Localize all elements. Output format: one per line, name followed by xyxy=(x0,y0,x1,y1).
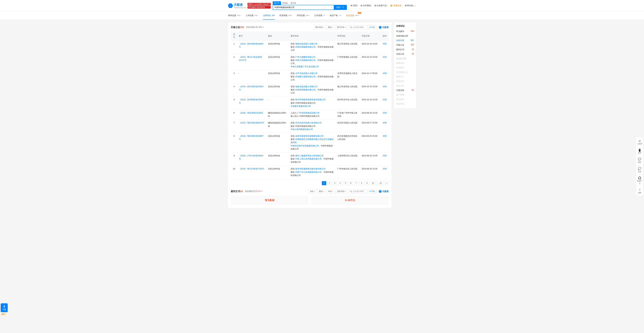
float-tool-0[interactable]: ◎小程序 xyxy=(636,138,643,147)
sidebar-item-0[interactable]: 司法案件959 xyxy=(396,29,414,34)
cat-tab-0[interactable]: 基本信息 999+ xyxy=(228,14,241,18)
sidebar-item-1[interactable]: 深度风险分析 xyxy=(396,34,414,38)
party-link[interactable]: 中铁大桥局集团有限公司 xyxy=(291,128,313,130)
filter-1[interactable]: 案由 ▾ xyxy=(318,189,326,194)
mini-search[interactable]: 🔍 点击进行搜索 xyxy=(348,189,367,194)
brand-watermark: ✓天眼查 xyxy=(379,26,389,29)
float-tool-3[interactable]: 💭反馈 xyxy=(636,165,643,174)
case-link[interactable]: （2024）粤0112民诉前调21747号 xyxy=(239,56,262,62)
export-button[interactable]: ⬇ 导出 xyxy=(368,25,376,29)
party-link[interactable]: 中铁武汉电气化局集团有限公司 xyxy=(291,144,319,147)
party-link[interactable]: 永平天南混凝土有限公司 xyxy=(295,72,318,74)
party-link[interactable]: 中铁广州工程局集团有限公司 xyxy=(295,171,322,173)
nav-link-4[interactable]: ⊞ 阿尔伯... ▾ xyxy=(405,4,416,7)
detail-link[interactable]: 详情 xyxy=(383,98,387,101)
detail-link[interactable]: 详情 xyxy=(383,168,387,170)
filter-1[interactable]: 案由 ▾ xyxy=(326,25,334,29)
party-link[interactable]: 中铁上海工程局集团有限公司 xyxy=(295,158,322,160)
page-btn[interactable]: 8 xyxy=(360,181,364,185)
filter-0[interactable]: 身份 ▾ xyxy=(308,189,316,194)
page-btn[interactable]: 2 xyxy=(327,181,332,185)
detail-link[interactable]: 详情 xyxy=(383,56,387,58)
party-link[interactable]: 中铁四局集团有限公司 xyxy=(295,88,316,91)
logo[interactable]: ✓ 天眼查 TianYanCha.com 国家中小企业发展子基金旗下 官方备案企… xyxy=(228,3,271,8)
nav-link-1[interactable]: ⊞ 合作通道 ▾ xyxy=(360,4,372,7)
party-link[interactable]: 潍坊三建通泰市政工程有限公司 xyxy=(295,154,324,157)
filter-2[interactable]: 案件年份 ▾ xyxy=(336,25,347,29)
float-tool-5[interactable]: ⇧顶部 xyxy=(636,186,643,196)
sidebar-item-13[interactable]: 立案信息92 xyxy=(396,88,414,92)
detail-link[interactable]: 详情 xyxy=(383,135,387,137)
case-link[interactable]: （2024）苏0506民初10883号 xyxy=(239,98,264,104)
doc-history-link[interactable]: 历史裁判文书 313 > xyxy=(245,190,263,193)
float-tool-1[interactable]: 📱APP xyxy=(636,147,643,156)
page-btn[interactable]: 6 xyxy=(349,181,353,185)
party-link[interactable]: 深圳市蒙溪河控股集团有限公司 xyxy=(295,135,324,137)
cat-tab-4[interactable]: 经营信息 999+ xyxy=(297,14,310,18)
case-link[interactable]: （2024）粤0115民初7250号 xyxy=(239,168,264,170)
party-link[interactable]: 广州九佛建材有限公司 xyxy=(295,56,316,58)
party-link[interactable]: 中铁七局集团有限公司 xyxy=(295,59,316,62)
detail-link[interactable]: 详情 xyxy=(383,72,387,74)
cat-tab-3[interactable]: 经营风险 999+ xyxy=(280,14,292,18)
sidebar-item-4[interactable]: 裁判文书16 xyxy=(396,47,414,52)
mini-search[interactable]: 🔍 点击进行搜索 xyxy=(348,25,367,29)
search-input[interactable] xyxy=(273,5,330,10)
detail-link[interactable]: 详情 xyxy=(383,154,387,157)
party-link[interactable]: 中铁建工集团有限公司 xyxy=(295,76,316,78)
search-clear-icon[interactable]: ✕ xyxy=(330,6,334,8)
page-btn[interactable]: 4 xyxy=(338,181,342,185)
cat-tab-7[interactable]: 历史信息 999+VIP xyxy=(346,14,359,18)
case-link[interactable]: （2024）琼0106民初10603号 xyxy=(239,86,264,91)
cat-tab-2[interactable]: 法律诉讼 998 xyxy=(263,14,275,18)
party-link[interactable]: 苏州市华丽美登装饰装潢有限公司 xyxy=(295,98,326,101)
case-link[interactable]: （2024）琼0106民初10603号 xyxy=(239,42,264,48)
export-button[interactable]: ⬇ 导出 xyxy=(368,189,376,194)
filter-0[interactable]: 案件身份 ▾ xyxy=(314,25,326,29)
sidebar-item-2[interactable]: 涉诉关系561 xyxy=(396,38,414,43)
page-btn[interactable]: ...32 xyxy=(376,181,384,185)
filter-3[interactable]: 更多筛选 ▾ xyxy=(336,189,347,194)
party-link[interactable]: 韶关市固通路桥机械设备有限公司 xyxy=(295,168,326,170)
main-content: 开庭公告312 历史开庭公告 482 > 案件身份 ▾案由 ▾案件年份 ▾🔍 点… xyxy=(228,22,392,208)
detail-link[interactable]: 详情 xyxy=(383,86,387,88)
page-btn[interactable]: 10 xyxy=(370,181,375,185)
history-link[interactable]: 历史开庭公告 482 > xyxy=(246,26,264,29)
nav-link-2[interactable]: ⊞ 企业级产品 ▾ xyxy=(374,4,388,7)
float-tool-4[interactable]: 🎧客服中心 xyxy=(636,174,643,186)
party-link[interactable]: 广州市跃通物流有限公司 xyxy=(297,112,320,114)
search-tab-0[interactable]: 查公司 xyxy=(273,1,281,5)
nav-link-0[interactable]: ⊞ 应用 ▾ xyxy=(351,4,358,7)
detail-link[interactable]: 详情 xyxy=(383,42,387,45)
nav-link-3[interactable]: 👑 开通会员 ▾ xyxy=(390,4,402,7)
party-link[interactable]: 海南佳益混凝土有限公司 xyxy=(295,42,318,45)
detail-link[interactable]: 详情 xyxy=(383,112,387,114)
party-link[interactable]: 海南佳益混凝土有限公司 xyxy=(295,86,318,88)
party-link[interactable]: 武汉佑伟兴机械工程有限公司 xyxy=(295,122,322,124)
page-btn[interactable]: 5 xyxy=(343,181,348,185)
page-btn[interactable]: > xyxy=(384,181,389,185)
cat-tab-1[interactable]: 上市信息 999+ xyxy=(246,14,258,18)
case-link[interactable]: （2024）粤01民终23148号 xyxy=(239,112,263,114)
page-btn[interactable]: 1 xyxy=(322,181,326,185)
case-link[interactable]: （2024）鄂0192民初10897号 xyxy=(239,135,264,140)
party-link[interactable]: 中铁四局集团有限公司 xyxy=(295,46,316,48)
float-tool-2[interactable]: 💬微信 xyxy=(636,156,643,165)
page-btn[interactable]: 9 xyxy=(365,181,369,185)
sidebar-item-5[interactable]: 法院公告20 xyxy=(396,52,414,56)
detail-link[interactable]: 详情 xyxy=(383,122,387,124)
search-button[interactable]: 天眼一下 xyxy=(334,5,346,10)
page-btn[interactable]: 7 xyxy=(354,181,358,185)
search-tab-1[interactable]: 查老板 xyxy=(281,1,289,5)
party-link[interactable]: 中铁建工集团有限公司 xyxy=(291,105,311,107)
party-link[interactable]: 中铁七局集团广州工程有限公司 xyxy=(291,66,319,68)
page-btn[interactable]: 3 xyxy=(332,181,337,185)
sidebar-item-3[interactable]: 开庭公告309 xyxy=(396,43,414,47)
table-row: 10（2024）粤0115民初7250号买卖合同纠纷原告-韶关市固通路桥机械设备… xyxy=(231,166,389,179)
search-tab-2[interactable]: 查关系 xyxy=(289,1,297,5)
case-link[interactable]: （2024）鄂0105民初8818号 xyxy=(239,122,264,124)
cat-tab-5[interactable]: 公司发展 75 xyxy=(314,14,325,18)
case-link[interactable]: （2024）沪0112民初34842号 xyxy=(239,154,264,160)
cat-tab-6[interactable]: 知识产权 372 xyxy=(330,14,342,18)
filter-2[interactable]: 年份 ▾ xyxy=(326,189,334,194)
